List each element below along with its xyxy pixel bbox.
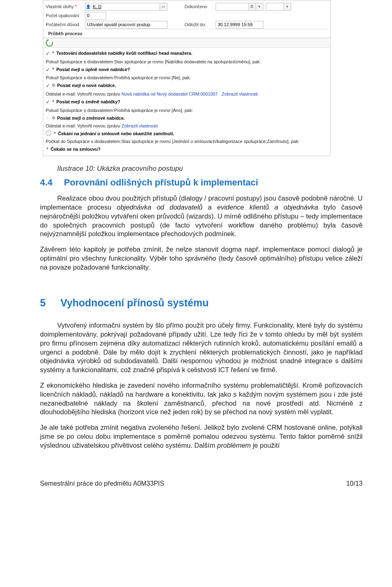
heading-text: Porovnání odlišných přístupů k implement… <box>64 176 258 188</box>
check-icon: ✓ <box>46 50 50 58</box>
tree-node: Pokud Spolupráce s dodavatelem:Stav spol… <box>43 58 330 66</box>
tree-node[interactable]: ✓ ▾ Testování dodavatelské nabídky kvůli… <box>43 49 330 58</box>
check-icon: ✓ <box>46 66 50 74</box>
link[interactable]: Zobrazit vlastnosti <box>222 92 258 96</box>
chevron-down-icon[interactable]: ▾ <box>46 146 49 152</box>
tree-node[interactable]: ✓ ▾ Poslat mejl o úplně nové nabídce? <box>43 66 330 74</box>
reason-label: Počáteční důvod <box>46 22 82 27</box>
owner-label: Vlastník úlohy * <box>46 4 82 9</box>
tree-node: Odeslat e-mail: Vytvořit novou zprávu No… <box>43 90 330 98</box>
link[interactable]: Zobrazit vlastnosti <box>121 123 158 128</box>
paragraph: Závěrem této kapitoly je potřeba zmínit,… <box>40 245 363 272</box>
heading-4-4: 4.4 Porovnání odlišných přístupů k imple… <box>40 176 363 188</box>
paragraph: Je ale také potřeba zmínit negativa zvol… <box>40 423 363 450</box>
owner-field[interactable]: 👤 K. D ▭ <box>85 3 167 11</box>
spinner-icon <box>46 130 51 136</box>
paragraph: Realizace obou dvou použitých přístupů (… <box>40 194 363 239</box>
user-icon: 👤 <box>85 4 91 9</box>
completed-time-field[interactable]: ▾ <box>266 3 291 11</box>
footer-left: Semestrální práce do předmětu A0M33PIS <box>40 480 164 487</box>
heading-text: Vyhodnocení přínosů systému <box>60 296 209 310</box>
tree-node: Odeslat e-mail: Vytvořit novou zprávu Zo… <box>43 122 330 130</box>
lookup-icon[interactable]: ▭ <box>160 3 167 10</box>
paragraph: Vytvořený informační systém by šlo přímo… <box>40 321 363 375</box>
gear-icon: ⚙ <box>51 115 56 121</box>
gear-icon: ⚙ <box>51 82 56 89</box>
check-icon: ✓ <box>46 98 50 106</box>
workflow-screenshot: Vlastník úlohy * 👤 K. D ▭ Dokončeno 🗓 ▾ … <box>43 0 331 156</box>
workflow-tree: ✓ ▾ Testování dodavatelské nabídky kvůli… <box>43 48 330 156</box>
tree-node[interactable]: ◦ ⚙ Poslat mejl o změnové nabídce. <box>43 114 330 122</box>
tree-node: Počkat do Spolupráce s dodavatelem:Stav … <box>43 138 330 145</box>
paragraph: Z ekonomického hlediska je zavedení nové… <box>40 381 363 417</box>
calendar-icon[interactable]: 🗓 <box>248 3 256 10</box>
tree-node[interactable]: ✓ ▾ Poslat mejl o změně nabídky? <box>43 98 330 107</box>
chevron-down-icon[interactable]: ▾ <box>51 50 55 56</box>
document-body: Ilustrace 10: Ukázka pracovního postupu … <box>0 156 392 450</box>
completed-label: Dokončeno <box>185 4 213 9</box>
page-footer: Semestrální práce do předmětu A0M33PIS 1… <box>0 456 392 487</box>
refresh-icon[interactable] <box>45 38 55 48</box>
refresh-bar <box>43 38 330 48</box>
tree-node: Pokud Spolupráce s dodavatelem:Probíhá s… <box>43 74 330 82</box>
chevron-down-icon[interactable]: ▾ <box>51 66 55 72</box>
tree-node[interactable]: ▾ Čekání na jednání o smlouvě nebo okamž… <box>43 130 330 138</box>
heading-number: 4.4 <box>40 176 53 188</box>
heading-number: 5 <box>40 296 46 310</box>
chevron-down-icon[interactable]: ▾ <box>51 98 55 104</box>
repeat-label: Počet opakování <box>46 13 82 18</box>
chevron-down-icon[interactable]: ▾ <box>256 3 263 10</box>
postpone-label: Odložit do: <box>185 22 213 27</box>
footer-right: 10/13 <box>346 480 363 487</box>
progress-section-title: Průběh procesu <box>46 29 328 38</box>
owner-value[interactable]: K. D <box>91 4 160 9</box>
heading-5: 5 Vyhodnocení přínosů systému <box>40 296 363 310</box>
tree-node: Pokud Spolupráce s dodavatelem:Probíhá s… <box>43 107 330 114</box>
reason-field[interactable]: Uživatel spustil pracovní postup. <box>85 21 167 29</box>
repeat-field[interactable]: 0 <box>85 12 106 20</box>
postpone-field[interactable]: 30.12.9999 15:59 <box>216 21 263 29</box>
figure-caption: Ilustrace 10: Ukázka pracovního postupu <box>40 164 363 173</box>
chevron-down-icon[interactable]: ▾ <box>283 3 291 10</box>
completed-field[interactable]: 🗓 ▾ <box>216 3 263 11</box>
tree-node[interactable]: ✓ ⚙ Poslat mejl o nové nabídce. <box>43 82 330 90</box>
check-icon: ✓ <box>46 82 50 90</box>
tree-node[interactable]: ▾ Čekalo se na smlouvu? <box>43 145 330 153</box>
form-header: Vlastník úlohy * 👤 K. D ▭ Dokončeno 🗓 ▾ … <box>43 0 330 38</box>
bullet-icon: ◦ <box>46 115 50 121</box>
chevron-down-icon[interactable]: ▾ <box>53 130 56 136</box>
link[interactable]: Nová nabídka od Nový dodavatel CRM:00010… <box>121 92 218 96</box>
